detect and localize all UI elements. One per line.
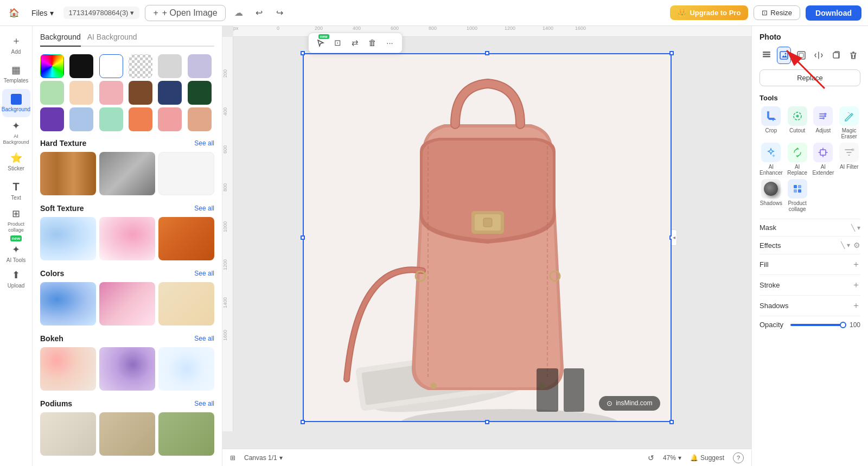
swatch-dark-green[interactable] <box>188 81 212 105</box>
rp-layers-btn[interactable] <box>760 47 774 64</box>
swatch-mint[interactable] <box>99 107 123 131</box>
tool-crop[interactable]: Crop <box>760 106 783 139</box>
bokeh-pink[interactable] <box>40 347 96 391</box>
swatch-purple[interactable] <box>40 107 64 131</box>
swatch-white[interactable] <box>99 54 123 78</box>
texture-gray[interactable] <box>99 152 155 195</box>
soft-texture-see-all[interactable]: See all <box>194 205 214 212</box>
hard-texture-see-all[interactable]: See all <box>194 139 214 147</box>
tab-background[interactable]: Background <box>40 33 81 47</box>
handle-bl[interactable] <box>301 420 305 424</box>
opacity-slider-thumb[interactable] <box>840 322 846 328</box>
shadows-add-icon[interactable]: ＋ <box>852 300 860 311</box>
resize-button[interactable]: ⊡ Resize <box>754 5 800 20</box>
sidebar-item-sticker[interactable]: ⭐ Sticker <box>2 148 30 176</box>
tool-shadows[interactable]: Shadows <box>760 179 783 212</box>
podiums-see-all[interactable]: See all <box>194 400 214 407</box>
bokeh-light[interactable] <box>158 347 214 391</box>
podium-1[interactable] <box>40 412 96 456</box>
undo-button[interactable]: ↩ <box>252 5 267 21</box>
swatch-light-blue[interactable] <box>69 107 93 131</box>
sidebar-item-upload[interactable]: ⬆ Upload <box>2 265 30 293</box>
rp-mask-row[interactable]: Mask ╲ ▾ <box>760 219 860 236</box>
stroke-add-icon[interactable]: ＋ <box>852 279 860 291</box>
swatch-pink2[interactable] <box>158 107 182 131</box>
zoom-display[interactable]: 47% ▾ <box>663 454 681 462</box>
bokeh-purple[interactable] <box>99 347 155 391</box>
float-crop-btn[interactable]: ⊡ <box>330 35 346 50</box>
canvas-wrapper[interactable]: ⊙ insMind.com <box>303 53 672 422</box>
opacity-slider[interactable] <box>790 324 843 326</box>
tool-ai-filter[interactable]: AI Filter <box>838 143 860 176</box>
rp-replace-image-btn[interactable] <box>777 47 791 64</box>
tool-cutout[interactable]: Cutout <box>786 106 809 139</box>
color-blue-grad[interactable] <box>40 282 96 325</box>
texture-white[interactable] <box>158 152 214 195</box>
panel-collapse-arrow[interactable]: ◂ <box>672 229 677 246</box>
sidebar-item-background[interactable]: Background <box>2 89 30 117</box>
tab-ai-background[interactable]: AI Background <box>87 33 137 47</box>
tool-adjust[interactable]: Adjust <box>812 106 835 139</box>
sidebar-item-ai-background[interactable]: ✦ AI Background <box>2 118 30 146</box>
filename-display[interactable]: 1713149780864(3) ▾ <box>63 7 140 19</box>
podium-3[interactable] <box>158 412 214 456</box>
sidebar-item-product-collage[interactable]: ⊞ Product collage <box>2 206 30 234</box>
float-more-btn[interactable]: ··· <box>382 35 398 50</box>
swatch-light-gray[interactable] <box>158 54 182 78</box>
texture-wood[interactable] <box>40 152 96 195</box>
replace-button[interactable]: Replace <box>760 69 860 86</box>
handle-bm[interactable] <box>485 420 489 424</box>
handle-br[interactable] <box>669 420 674 424</box>
soft-texture-pink[interactable] <box>99 217 155 260</box>
handle-lm[interactable] <box>301 235 305 240</box>
swatch-black[interactable] <box>69 54 93 78</box>
handle-tl[interactable] <box>301 51 305 55</box>
tool-ai-replace[interactable]: AI Replace <box>786 143 809 176</box>
tool-ai-enhancer[interactable]: AI Enhancer <box>760 143 783 176</box>
swatch-checkered[interactable] <box>129 54 152 78</box>
rp-fill-row[interactable]: Fill ＋ <box>760 254 860 275</box>
sidebar-item-templates[interactable]: ▦ Templates <box>2 60 30 88</box>
tool-ai-extender[interactable]: AI Extender <box>812 143 835 176</box>
rp-frame-btn[interactable] <box>794 47 808 64</box>
sidebar-item-text[interactable]: T Text <box>2 177 30 205</box>
layers-button[interactable]: ⊞ <box>230 454 235 462</box>
help-button[interactable]: ? <box>733 452 744 463</box>
fill-add-icon[interactable]: ＋ <box>852 259 860 270</box>
home-button[interactable]: 🏠 <box>7 5 22 21</box>
open-image-button[interactable]: + + Open Image <box>145 5 225 21</box>
rp-stroke-row[interactable]: Stroke ＋ <box>760 275 860 295</box>
redo-button[interactable]: ↪ <box>272 5 288 21</box>
soft-texture-orange[interactable] <box>158 217 214 260</box>
rp-effects-row[interactable]: Effects ╲ ▾ ⚙ <box>760 236 860 254</box>
rp-delete-btn[interactable] <box>846 47 860 64</box>
handle-tm[interactable] <box>485 51 489 55</box>
handle-tr[interactable] <box>669 51 674 55</box>
float-delete-btn[interactable]: 🗑 <box>365 35 380 50</box>
tool-product-collage[interactable]: Product collage <box>786 179 809 212</box>
rp-flip-btn[interactable] <box>812 47 826 64</box>
swatch-brown[interactable] <box>129 81 152 105</box>
save-button[interactable]: ☁ <box>231 5 246 21</box>
swatch-peach[interactable] <box>188 107 212 131</box>
download-button[interactable]: Download <box>806 5 861 21</box>
sidebar-item-ai-tools[interactable]: new ✦ AI Tools <box>2 235 30 264</box>
files-menu[interactable]: Files ▾ <box>27 7 58 20</box>
swatch-skin[interactable] <box>69 81 93 105</box>
colors-see-all[interactable]: See all <box>194 270 214 277</box>
upgrade-pro-button[interactable]: 👑 Upgrade to Pro <box>670 5 748 20</box>
podium-2[interactable] <box>99 412 155 456</box>
suggest-button[interactable]: 🔔 Suggest <box>690 454 724 462</box>
swatch-dark-blue[interactable] <box>158 81 182 105</box>
canvas-selector[interactable]: Canvas 1/1 ▾ <box>244 454 283 462</box>
color-pink-grad[interactable] <box>99 282 155 325</box>
color-cream[interactable] <box>158 282 214 325</box>
rp-copy-btn[interactable] <box>829 47 843 64</box>
bokeh-see-all[interactable]: See all <box>194 335 214 342</box>
canvas-viewport[interactable]: ⊙ insMind.com <box>222 26 751 449</box>
swatch-pink[interactable] <box>99 81 123 105</box>
swatch-light-purple[interactable] <box>188 54 212 78</box>
rp-shadows-row[interactable]: Shadows ＋ <box>760 295 860 316</box>
swatch-light-green[interactable] <box>40 81 64 105</box>
sidebar-item-add[interactable]: ＋ Add <box>2 30 30 59</box>
